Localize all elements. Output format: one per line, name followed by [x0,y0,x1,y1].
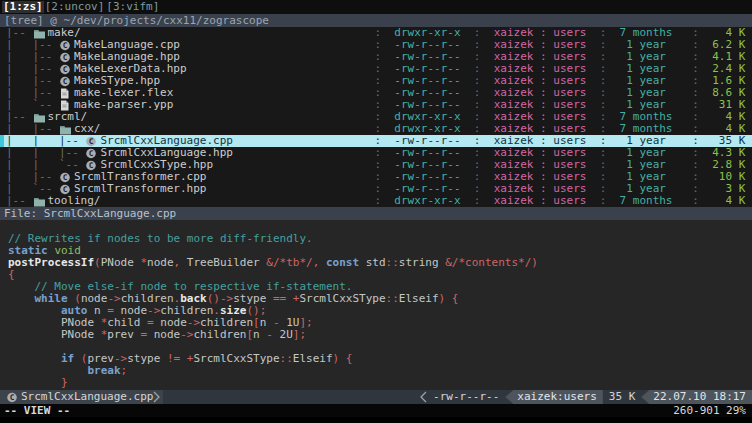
code-preview[interactable]: // Rewrites if nodes to be more diff-fri… [0,220,752,390]
code-line: // Rewrites if nodes to be more diff-fri… [8,233,752,245]
cpp-icon: C [6,392,19,403]
svg-text:C: C [63,53,68,62]
svg-text:C: C [89,149,94,158]
statusline-file-segment: CSrcmlCxxLanguage.cpp [0,390,163,404]
owner-segment: xaizek:users [505,390,602,404]
svg-text:C: C [63,77,68,86]
file-icon [59,88,72,99]
tree-connector: |-- [6,195,33,207]
file-details: : drwxr-xr-x : xaizek : users : 7 months… [368,195,752,207]
code-line: postProcessIf(PNode *node, TreeBuilder &… [8,257,752,269]
svg-text:C: C [89,137,94,146]
file-icon [59,100,72,111]
code-line: } [8,377,752,389]
chevron-right-icon [153,391,161,403]
cpp-icon: C [85,136,98,147]
cpp-icon: C [59,40,72,51]
file-list[interactable]: |-- make/ : drwxr-xr-x : xaizek : users … [0,27,752,207]
cpp-icon: C [85,160,98,171]
preview-header: File: SrcmlCxxLanguage.cpp [0,207,752,220]
svg-text:C: C [63,41,68,50]
cpp-icon: C [59,172,72,183]
folder-icon [59,124,72,135]
code-line: break; [8,365,752,377]
tab-vifm[interactable]: [3:vifm] [105,1,160,13]
statusline: CSrcmlCxxLanguage.cpp -rw-r--r-- xaizek:… [0,390,752,404]
file-name: make-parser.ypp [74,99,173,111]
folder-icon [33,196,46,207]
chevron-left-icon [419,391,427,403]
statusline-filename: SrcmlCxxLanguage.cpp [21,391,153,403]
tab-zs[interactable]: [1:zs] [2,1,44,13]
folder-icon [33,28,46,39]
svg-text:C: C [89,161,94,170]
file-row[interactable]: |-- tooling/ : drwxr-xr-x : xaizek : use… [0,195,752,207]
svg-text:C: C [63,173,68,182]
file-name: tooling/ [48,195,101,207]
vifm-window: [1:zs][2:uncov][3:vifm] [tree] @ ~/dev/p… [0,0,752,423]
bottom-gap [0,417,752,423]
preview-file-label: File: SrcmlCxxLanguage.cpp [4,208,176,220]
scroll-position: 260-901 29% [673,405,746,417]
cpp-icon: C [59,184,72,195]
command-line: -- VIEW -- 260-901 29% [0,404,752,417]
cpp-icon: C [59,64,72,75]
svg-text:C: C [63,65,68,74]
breadcrumb: [tree] @ ~/dev/projects/cxx11/zograscope [0,14,752,27]
svg-text:C: C [10,393,15,402]
size-segment: 35 K [603,390,642,404]
tab-uncov[interactable]: [2:uncov] [44,1,106,13]
current-path: [tree] @ ~/dev/projects/cxx11/zograscope [4,15,269,27]
cpp-icon: C [59,76,72,87]
tabline: [1:zs][2:uncov][3:vifm] [0,0,752,14]
code-line: PNode *prev = node->children[n - 2U]; [8,329,752,341]
folder-icon [33,112,46,123]
mtime-segment: 22.07.10 18:17 [641,390,752,404]
cpp-icon: C [59,52,72,63]
permissions-segment: -rw-r--r-- [427,390,505,404]
svg-text:C: C [63,185,68,194]
cpp-icon: C [85,148,98,159]
mode-indicator: -- VIEW -- [4,405,70,417]
